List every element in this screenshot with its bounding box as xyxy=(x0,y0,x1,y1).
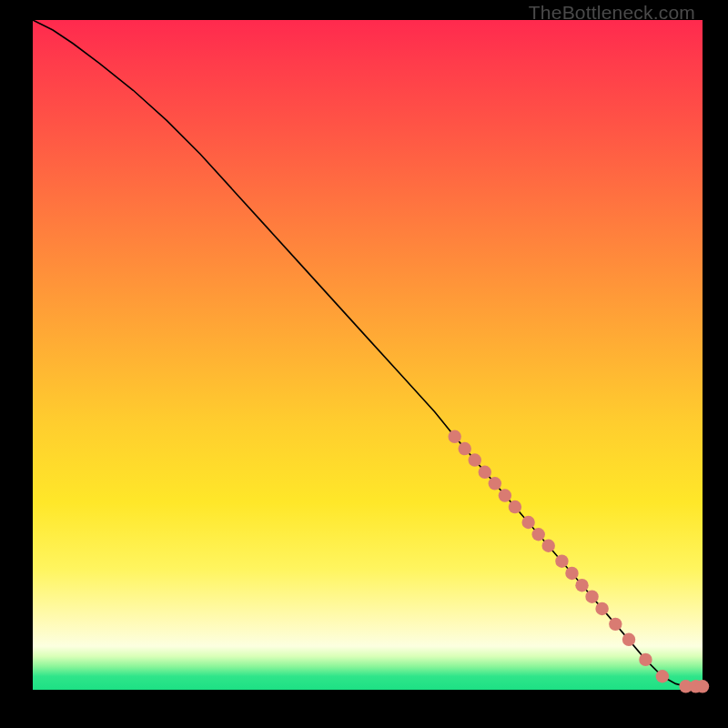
data-point xyxy=(656,670,669,682)
data-point xyxy=(469,453,481,466)
data-point xyxy=(565,567,578,580)
data-point xyxy=(489,477,501,490)
data-point xyxy=(696,680,709,693)
data-point xyxy=(448,430,460,443)
data-point xyxy=(459,442,471,455)
data-point xyxy=(639,653,652,666)
plot-area xyxy=(33,20,703,690)
data-point xyxy=(575,579,588,592)
scatter-dots xyxy=(448,430,709,693)
chart-svg xyxy=(33,20,703,690)
data-point xyxy=(609,618,622,631)
data-point xyxy=(509,500,521,513)
data-point xyxy=(542,540,555,552)
bottleneck-curve xyxy=(33,20,703,686)
data-point xyxy=(521,516,534,529)
data-point xyxy=(622,633,635,646)
data-point xyxy=(555,554,568,567)
data-point xyxy=(595,602,608,615)
data-point xyxy=(479,466,491,479)
chart-frame: TheBottleneck.com xyxy=(0,0,728,728)
data-point xyxy=(585,591,598,603)
data-point xyxy=(499,489,511,501)
data-point xyxy=(531,528,544,541)
